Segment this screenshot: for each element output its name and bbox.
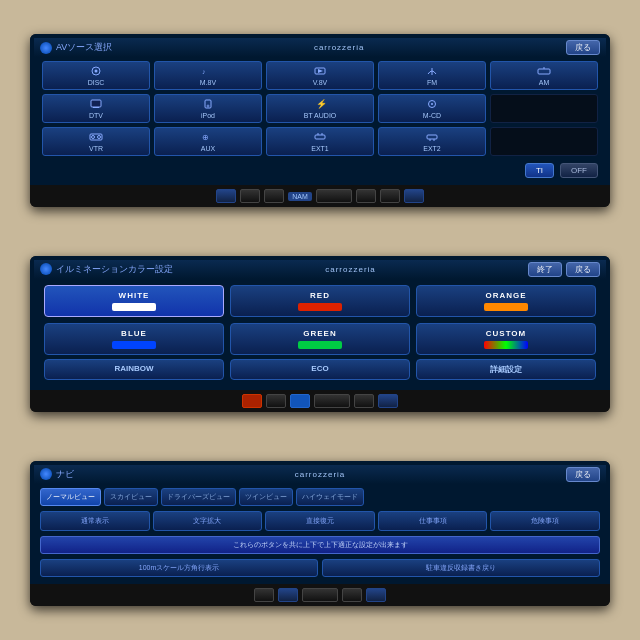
unit3-screen: ナビ carrozzeria 戻る ノーマルビュー スカイビュー ドライバーズビ…: [30, 461, 610, 584]
av-dtv[interactable]: DTV: [42, 94, 150, 123]
av-ipod[interactable]: iPod: [154, 94, 262, 123]
ctrl2-btn-1[interactable]: [242, 394, 262, 408]
ctrl-btn-5[interactable]: [380, 189, 400, 203]
v8v-icon: [312, 65, 328, 77]
color-grid: WHITE RED ORANGE BLUE GREEN: [34, 279, 606, 359]
color-blue[interactable]: BLUE: [44, 323, 224, 355]
ctrl2-btn-wide[interactable]: [314, 394, 350, 408]
ctrl2-btn-5[interactable]: [378, 394, 398, 408]
color-white[interactable]: WHITE: [44, 285, 224, 317]
av-icon: [40, 42, 52, 54]
ext1-icon: [312, 131, 328, 143]
m8v-icon: ♪: [200, 65, 216, 77]
svg-rect-8: [91, 100, 101, 107]
vtr-icon: [88, 131, 104, 143]
ctrl2-btn-4[interactable]: [354, 394, 374, 408]
aux-icon: ⊕: [200, 131, 216, 143]
tab-normal-view[interactable]: ノーマルビュー: [40, 488, 101, 506]
av-m8v[interactable]: ♪ M.8V: [154, 61, 262, 90]
unit3-controls: [30, 584, 610, 606]
color-orange[interactable]: ORANGE: [416, 285, 596, 317]
blue-swatch: [112, 341, 156, 349]
ctrl-btn-4[interactable]: [356, 189, 376, 203]
btn-parking-record[interactable]: 駐車違反収録書き戻り: [322, 559, 600, 577]
av-fm[interactable]: FM: [378, 61, 486, 90]
svg-rect-19: [315, 135, 325, 139]
unit1-topbar: AVソース選択 carrozzeria 戻る: [34, 38, 606, 57]
av-empty1: [490, 94, 598, 123]
unit2-screen: イルミネーションカラー設定 carrozzeria 終了 戻る WHITE RE…: [30, 256, 610, 390]
brand-label3: carrozzeria: [295, 470, 346, 479]
ctrl3-btn-2[interactable]: [278, 588, 298, 602]
tab-driver-view[interactable]: ドライバーズビュー: [161, 488, 236, 506]
av-ext1[interactable]: EXT1: [266, 127, 374, 156]
rainbow-button[interactable]: RAINBOW: [44, 359, 224, 380]
brand-label2: carrozzeria: [325, 265, 376, 274]
eco-button[interactable]: ECO: [230, 359, 410, 380]
av-disc[interactable]: DISC: [42, 61, 150, 90]
unit2: イルミネーションカラー設定 carrozzeria 終了 戻る WHITE RE…: [30, 256, 610, 412]
svg-text:⊕: ⊕: [202, 133, 209, 142]
ctrl-btn-2[interactable]: [240, 189, 260, 203]
illum-icon: [40, 263, 52, 275]
av-am[interactable]: AM: [490, 61, 598, 90]
av-ext2[interactable]: EXT2: [378, 127, 486, 156]
svg-rect-9: [93, 107, 99, 108]
av-mcd[interactable]: M-CD: [378, 94, 486, 123]
am-icon: [536, 65, 552, 77]
ti-button[interactable]: TI: [525, 163, 554, 178]
ctrl2-btn-2[interactable]: [266, 394, 286, 408]
btn-100m-scale[interactable]: 100mスケール方角行表示: [40, 559, 318, 577]
unit2-back-button[interactable]: 戻る: [566, 262, 600, 277]
unit3-title: ナビ: [40, 468, 74, 481]
svg-point-17: [98, 136, 101, 139]
btn-normal-display[interactable]: 通常表示: [40, 511, 150, 531]
btn-direct-restore[interactable]: 直接復元: [265, 511, 375, 531]
ctrl3-btn-3[interactable]: [342, 588, 362, 602]
svg-rect-22: [427, 135, 437, 139]
ctrl-btn-wide[interactable]: [316, 189, 352, 203]
ctrl-btn-1[interactable]: [216, 189, 236, 203]
tab-highway-mode[interactable]: ハイウェイモード: [296, 488, 364, 506]
av-source-grid: DISC ♪ M.8V V.8V FM AM: [34, 57, 606, 160]
nav-tabs: ノーマルビュー スカイビュー ドライバーズビュー ツインビュー ハイウェイモード: [34, 484, 606, 508]
av-aux[interactable]: ⊕ AUX: [154, 127, 262, 156]
svg-marker-4: [318, 69, 323, 73]
disc-icon: [88, 65, 104, 77]
ipod-icon: [200, 98, 216, 110]
detail-button[interactable]: 詳細設定: [416, 359, 596, 380]
btn-large-text[interactable]: 文字拡大: [153, 511, 263, 531]
av-bt-audio[interactable]: ⚡ BT AUDIO: [266, 94, 374, 123]
color-red[interactable]: RED: [230, 285, 410, 317]
unit2-title: イルミネーションカラー設定: [40, 263, 173, 276]
unit2-controls: [30, 390, 610, 412]
btn-danger-notice[interactable]: 危険事項: [490, 511, 600, 531]
end-button[interactable]: 終了: [528, 262, 562, 277]
nav-info-bar: これらのボタンを共に上下で上下適正な設定が出来ます: [40, 536, 600, 554]
off-button[interactable]: OFF: [560, 163, 598, 178]
unit3-back-button[interactable]: 戻る: [566, 467, 600, 482]
unit2-buttons: 終了 戻る: [528, 262, 600, 277]
ctrl-btn-3[interactable]: [264, 189, 284, 203]
svg-text:⚡: ⚡: [316, 99, 327, 109]
ctrl3-btn-wide[interactable]: [302, 588, 338, 602]
color-custom[interactable]: CUSTOM: [416, 323, 596, 355]
unit1-screen: AVソース選択 carrozzeria 戻る DISC ♪ M.8V V.8V: [30, 34, 610, 185]
tab-sky-view[interactable]: スカイビュー: [104, 488, 158, 506]
av-vtr[interactable]: VTR: [42, 127, 150, 156]
nav-buttons: 通常表示 文字拡大 直接復元 仕事事項 危険事項: [34, 508, 606, 534]
color-green[interactable]: GREEN: [230, 323, 410, 355]
ctrl3-btn-1[interactable]: [254, 588, 274, 602]
ctrl2-btn-3[interactable]: [290, 394, 310, 408]
unit1-back-button[interactable]: 戻る: [566, 40, 600, 55]
btn-work-notice[interactable]: 仕事事項: [378, 511, 488, 531]
tab-twin-view[interactable]: ツインビュー: [239, 488, 293, 506]
bt-icon: ⚡: [312, 98, 328, 110]
unit1-title: AVソース選択: [40, 41, 112, 54]
svg-point-14: [431, 103, 433, 105]
ctrl-btn-6[interactable]: [404, 189, 424, 203]
fm-icon: [424, 65, 440, 77]
unit1-controls: NAM: [30, 185, 610, 207]
av-v8v[interactable]: V.8V: [266, 61, 374, 90]
ctrl3-btn-4[interactable]: [366, 588, 386, 602]
